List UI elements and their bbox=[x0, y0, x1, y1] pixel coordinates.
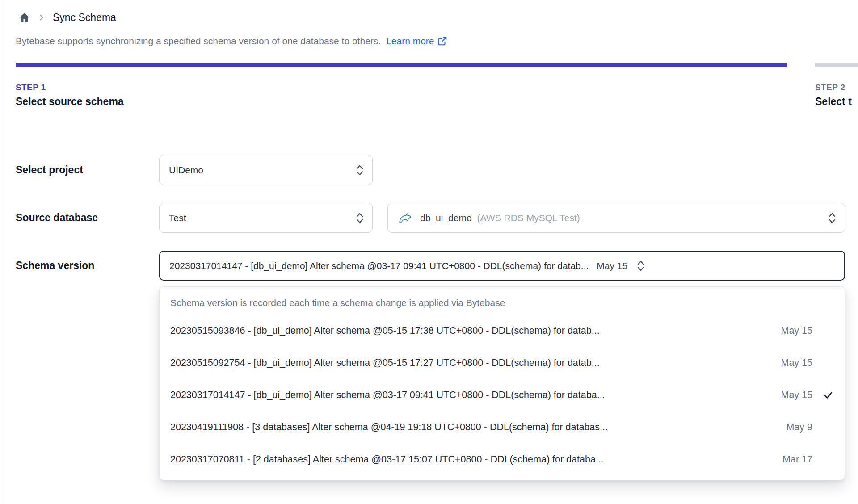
home-icon[interactable] bbox=[18, 12, 30, 24]
page-title: Sync Schema bbox=[53, 12, 116, 24]
option-text: 20230317070811 - [2 databases] Alter sch… bbox=[170, 454, 604, 465]
option-date: May 15 bbox=[771, 325, 812, 336]
schema-version-select[interactable]: 20230317014147 - [db_ui_demo] Alter sche… bbox=[159, 251, 845, 281]
option-text: 20230515092754 - [db_ui_demo] Alter sche… bbox=[170, 357, 600, 369]
step-2-label: STEP 2 bbox=[815, 83, 858, 92]
check-icon bbox=[812, 389, 834, 401]
breadcrumb: Sync Schema bbox=[18, 10, 858, 25]
intro-text: Bytebase supports synchronizing a specif… bbox=[16, 36, 858, 46]
step-1-progress-bar bbox=[16, 63, 787, 67]
chevron-up-down-icon bbox=[828, 211, 837, 225]
schema-version-option[interactable]: 20230317070811 - [2 databases] Alter sch… bbox=[160, 443, 845, 475]
step-2: STEP 2 Select t bbox=[815, 63, 858, 108]
schema-version-date: May 15 bbox=[597, 260, 627, 271]
schema-version-label: Schema version bbox=[16, 260, 159, 272]
schema-version-option[interactable]: 20230515092754 - [db_ui_demo] Alter sche… bbox=[160, 347, 845, 379]
source-database-row: Source database Test db_ui_demo (AWS bbox=[16, 203, 858, 233]
external-link-icon bbox=[437, 36, 447, 46]
intro-description: Bytebase supports synchronizing a specif… bbox=[16, 36, 381, 46]
database-detail: (AWS RDS MySQL Test) bbox=[477, 213, 580, 223]
chevron-up-down-icon bbox=[636, 259, 645, 273]
option-text: 20230317014147 - [db_ui_demo] Alter sche… bbox=[170, 390, 605, 401]
learn-more-link[interactable]: Learn more bbox=[386, 36, 447, 46]
chevron-up-down-icon bbox=[355, 164, 364, 177]
sync-schema-form: Select project UIDemo Source database Te… bbox=[16, 155, 858, 480]
schema-version-option-selected[interactable]: 20230317014147 - [db_ui_demo] Alter sche… bbox=[160, 379, 845, 411]
step-progress: STEP 1 Select source schema STEP 2 Selec… bbox=[16, 63, 858, 108]
chevron-right-icon bbox=[38, 14, 45, 21]
project-row: Select project UIDemo bbox=[16, 155, 858, 185]
step-1-title: Select source schema bbox=[16, 96, 787, 108]
option-text: 20230419111908 - [3 databases] Alter sch… bbox=[170, 422, 608, 433]
project-select-value: UIDemo bbox=[169, 165, 203, 176]
chevron-up-down-icon bbox=[355, 211, 364, 225]
project-select[interactable]: UIDemo bbox=[159, 155, 373, 185]
schema-version-row: Schema version 20230317014147 - [db_ui_d… bbox=[16, 251, 858, 281]
option-date: May 15 bbox=[771, 357, 812, 369]
project-label: Select project bbox=[16, 164, 159, 176]
environment-select-value: Test bbox=[169, 213, 186, 223]
schema-version-value: 20230317014147 - [db_ui_demo] Alter sche… bbox=[169, 260, 589, 271]
source-database-label: Source database bbox=[16, 212, 159, 224]
option-date: May 9 bbox=[776, 422, 812, 433]
schema-version-dropdown: Schema version is recorded each time a s… bbox=[159, 286, 845, 480]
database-select[interactable]: db_ui_demo (AWS RDS MySQL Test) bbox=[387, 203, 845, 233]
step-2-title: Select t bbox=[815, 96, 858, 108]
option-date: May 15 bbox=[771, 390, 812, 401]
step-1-label: STEP 1 bbox=[16, 83, 787, 92]
learn-more-label: Learn more bbox=[386, 36, 434, 46]
step-2-progress-bar bbox=[815, 63, 858, 67]
step-1: STEP 1 Select source schema bbox=[16, 63, 787, 108]
dropdown-hint: Schema version is recorded each time a s… bbox=[160, 290, 845, 315]
database-name: db_ui_demo bbox=[420, 213, 472, 223]
environment-select[interactable]: Test bbox=[159, 203, 373, 233]
schema-version-option[interactable]: 20230515093846 - [db_ui_demo] Alter sche… bbox=[160, 315, 845, 347]
schema-version-option[interactable]: 20230419111908 - [3 databases] Alter sch… bbox=[160, 411, 845, 443]
sync-schema-page: Sync Schema Bytebase supports synchroniz… bbox=[0, 0, 858, 504]
option-date: Mar 17 bbox=[773, 454, 812, 465]
option-text: 20230515093846 - [db_ui_demo] Alter sche… bbox=[170, 325, 600, 336]
mysql-dolphin-icon bbox=[397, 211, 413, 225]
